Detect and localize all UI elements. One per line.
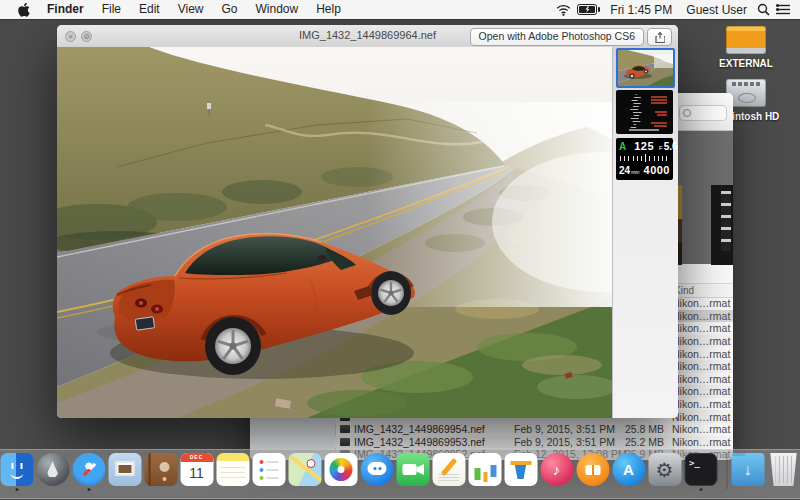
app-icon: >_ [684, 453, 717, 486]
drive-label: EXTERNAL [719, 58, 773, 69]
app-icon-glyph [36, 453, 69, 486]
dock-item[interactable] [467, 453, 503, 491]
dock-item[interactable] [766, 453, 800, 491]
app-icon [324, 453, 357, 486]
preview-sidebar: A 125 F 5.6 24 mm 4000 [612, 47, 678, 418]
app-icon-glyph: ♪ [540, 453, 573, 486]
app-icon: ↓ [731, 453, 764, 486]
open-with-photoshop-button[interactable]: Open with Adobe Photoshop CS6 [470, 28, 644, 46]
menu-file[interactable]: File [93, 0, 130, 19]
app-icon [767, 453, 800, 486]
menu-user[interactable]: Guest User [682, 3, 751, 17]
dock-item[interactable] [323, 453, 359, 491]
app-icon [468, 453, 501, 486]
app-icon-glyph [504, 453, 537, 486]
menu-bar: Finder File Edit View Go Window Help Fri… [0, 0, 800, 19]
app-icon-glyph: >_ [685, 454, 716, 485]
app-icon [726, 453, 727, 489]
camera-settings-thumbnail[interactable]: A 125 F 5.6 24 mm 4000 [616, 138, 673, 180]
table-row[interactable]: IMG_1432_1449869953.nef Feb 9, 2015, 3:5… [335, 436, 733, 449]
dock-item[interactable] [395, 453, 431, 491]
dock-item[interactable] [719, 453, 730, 494]
dock-item[interactable] [0, 453, 35, 491]
menu-clock[interactable]: Fri 1:45 PM [606, 3, 676, 17]
file-kind: Nikon…rmat file [672, 398, 733, 410]
preview-window: × ⊘ IMG_1432_1449869964.nef Open with Ad… [57, 25, 678, 418]
app-icon [0, 453, 33, 486]
dock-item[interactable]: ⚙ [647, 453, 683, 491]
wifi-icon[interactable] [556, 4, 571, 16]
menu-view[interactable]: View [169, 0, 213, 19]
running-indicator [87, 488, 90, 491]
dock-item[interactable] [287, 453, 323, 491]
app-icon-glyph: ↓ [731, 453, 764, 486]
file-date: Feb 9, 2015, 3:51 PM [514, 423, 618, 435]
file-kind: Nikon…rmat file [672, 297, 733, 309]
share-button[interactable] [647, 28, 672, 46]
app-icon [216, 453, 249, 486]
search-input[interactable] [679, 105, 727, 121]
app-icon-glyph: ⚙ [648, 453, 681, 486]
app-icon-glyph [468, 453, 501, 486]
desktop-icon-external-drive[interactable]: EXTERNAL [700, 26, 792, 69]
app-icon-glyph [72, 453, 105, 486]
external-drive-icon [726, 26, 766, 54]
file-kind: Nikon…rmat file [672, 310, 733, 322]
dock-item[interactable] [35, 453, 71, 491]
exposure-meter [620, 154, 669, 163]
file-size: 25.2 MB [618, 436, 664, 448]
shooting-data-thumbnail[interactable] [616, 90, 673, 134]
shutter-speed: 125 [634, 140, 654, 152]
file-date: Feb 9, 2015, 3:51 PM [514, 436, 618, 448]
dock-item[interactable]: >_ [683, 453, 719, 491]
dock-item[interactable] [143, 453, 179, 491]
app-icon-glyph [288, 453, 321, 486]
menu-help[interactable]: Help [307, 0, 350, 19]
app-icon [504, 453, 537, 486]
cover-flow-photo[interactable] [711, 185, 733, 265]
notification-center-icon[interactable] [776, 4, 790, 15]
dock-item[interactable]: ↓ [730, 453, 766, 491]
title-bar[interactable]: × ⊘ IMG_1432_1449869964.nef Open with Ad… [57, 25, 678, 48]
file-kind: Nikon…rmat file [672, 335, 733, 347]
menu-finder[interactable]: Finder [38, 0, 93, 19]
aperture-value: 5.6 [664, 141, 678, 152]
running-indicator [699, 488, 702, 491]
spotlight-search-icon[interactable] [757, 3, 770, 16]
dock-item[interactable] [575, 453, 611, 491]
apple-menu-icon[interactable] [10, 3, 38, 17]
menu-window[interactable]: Window [247, 0, 308, 19]
photo-thumbnail-selected[interactable] [616, 48, 675, 88]
dock-item[interactable] [71, 453, 107, 491]
dock-item[interactable] [215, 453, 251, 491]
preview-photo-corvette-on-road [57, 47, 612, 418]
running-indicator [15, 488, 18, 491]
file-thumbnail-icon [340, 425, 350, 433]
dock-item[interactable] [251, 453, 287, 491]
dock-item[interactable]: ♪ [539, 453, 575, 491]
app-icon-glyph [726, 453, 727, 489]
app-icon: DEC 11 [180, 453, 213, 486]
app-icon-glyph [252, 453, 285, 486]
app-icon-glyph [216, 453, 249, 486]
menu-go[interactable]: Go [213, 0, 247, 19]
dock-item[interactable] [503, 453, 539, 491]
dock-item[interactable] [359, 453, 395, 491]
menu-edit[interactable]: Edit [130, 0, 169, 19]
app-icon-glyph [576, 453, 609, 486]
dock-item[interactable]: DEC 11 [179, 453, 215, 491]
table-row[interactable]: IMG_1432_1449869954.nef Feb 9, 2015, 3:5… [335, 423, 733, 436]
file-kind: Nikon…rmat file [672, 436, 733, 448]
app-icon [72, 453, 105, 486]
app-icon [288, 453, 321, 486]
dock-item[interactable] [431, 453, 467, 491]
iso-value: 4000 [644, 164, 670, 176]
dock-item[interactable]: A [611, 453, 647, 491]
file-name: IMG_1432_1449869953.nef [354, 436, 514, 448]
dock-item[interactable] [107, 453, 143, 491]
app-icon-glyph [432, 453, 465, 486]
app-icon-glyph [767, 453, 800, 486]
battery-icon[interactable] [577, 4, 600, 15]
focal-unit: mm [631, 169, 639, 175]
file-name: IMG_1432_1449869954.nef [354, 423, 514, 435]
